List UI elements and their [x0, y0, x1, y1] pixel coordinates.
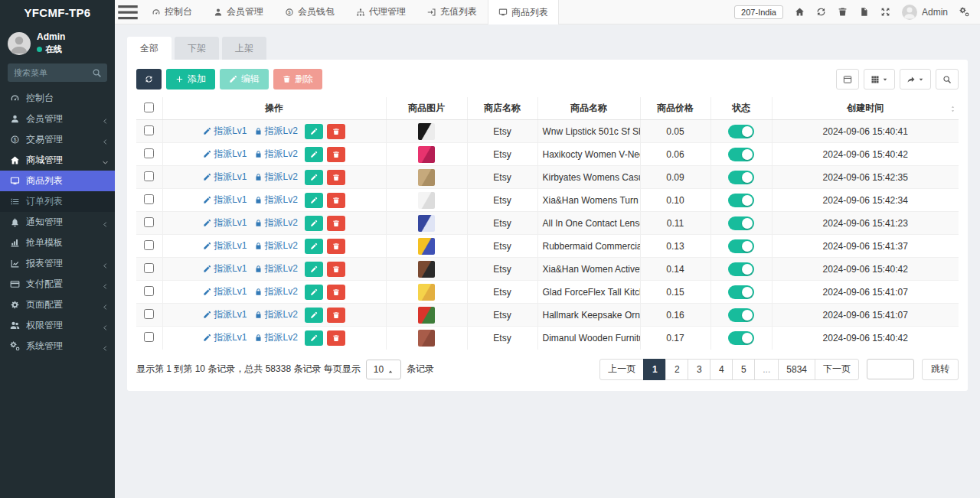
assign-lv2-link[interactable]: 指派Lv2: [254, 285, 298, 298]
page-button-5[interactable]: 5: [732, 359, 755, 380]
assign-lv2-link[interactable]: 指派Lv2: [254, 262, 298, 275]
row-edit-button[interactable]: [305, 170, 323, 185]
env-badge[interactable]: 207-India: [734, 5, 783, 19]
columns-button[interactable]: [864, 69, 895, 90]
topnav-tab-agents[interactable]: 代理管理: [345, 0, 416, 24]
assign-lv1-link[interactable]: 指派Lv1: [203, 125, 247, 138]
paging-toggle-button[interactable]: [836, 69, 859, 90]
status-toggle[interactable]: [728, 239, 754, 253]
assign-lv2-link[interactable]: 指派Lv2: [254, 308, 298, 321]
status-toggle[interactable]: [728, 285, 754, 299]
status-toggle[interactable]: [728, 125, 754, 138]
column-header[interactable]: 创建时间: [772, 97, 959, 120]
page-button-5834[interactable]: 5834: [778, 359, 815, 380]
file-icon[interactable]: [859, 7, 869, 17]
sidebar-item-order-list[interactable]: 订单列表: [0, 191, 115, 212]
column-header[interactable]: 商店名称: [467, 97, 537, 120]
next-page-button[interactable]: 下一页: [815, 359, 859, 380]
topnav-tab-members[interactable]: 会员管理: [203, 0, 274, 24]
sidebar-item-mall[interactable]: 商城管理: [0, 150, 115, 171]
status-toggle[interactable]: [728, 262, 754, 276]
status-toggle[interactable]: [728, 148, 754, 161]
sidebar-item-product-list[interactable]: 商品列表: [0, 171, 115, 191]
row-checkbox[interactable]: [144, 332, 154, 342]
topnav-tab-products[interactable]: 商品列表: [488, 0, 559, 24]
trash-icon[interactable]: [838, 7, 848, 17]
row-checkbox[interactable]: [144, 171, 154, 181]
sidebar-item-reports[interactable]: 报表管理: [0, 253, 115, 274]
navbar-user[interactable]: Admin: [902, 5, 948, 20]
assign-lv1-link[interactable]: 指派Lv1: [203, 285, 247, 298]
sidebar-toggle-button[interactable]: [115, 0, 141, 24]
row-edit-button[interactable]: [305, 239, 323, 254]
search-toggle-button[interactable]: [936, 69, 959, 90]
home-icon[interactable]: [795, 7, 805, 17]
row-edit-button[interactable]: [305, 330, 323, 346]
assign-lv1-link[interactable]: 指派Lv1: [203, 148, 247, 161]
assign-lv2-link[interactable]: 指派Lv2: [254, 171, 298, 184]
row-edit-button[interactable]: [305, 308, 323, 323]
row-delete-button[interactable]: [327, 147, 345, 162]
assign-lv1-link[interactable]: 指派Lv1: [203, 216, 247, 229]
topnav-tab-recharge[interactable]: 充值列表: [416, 0, 488, 24]
row-delete-button[interactable]: [327, 262, 345, 277]
row-checkbox[interactable]: [144, 240, 154, 250]
row-delete-button[interactable]: [327, 124, 345, 139]
select-all-checkbox[interactable]: [144, 103, 154, 112]
cogs-icon[interactable]: [959, 7, 969, 17]
column-header[interactable]: 操作: [162, 97, 386, 120]
sidebar-item-dashboard[interactable]: 控制台: [0, 88, 115, 109]
edit-button[interactable]: 编辑: [220, 69, 269, 90]
topnav-tab-dashboard[interactable]: 控制台: [141, 0, 203, 24]
page-button-2[interactable]: 2: [665, 359, 688, 380]
assign-lv2-link[interactable]: 指派Lv2: [254, 239, 298, 252]
row-checkbox[interactable]: [144, 194, 154, 204]
sidebar-item-payment-config[interactable]: 支付配置: [0, 274, 115, 295]
row-checkbox[interactable]: [144, 148, 154, 158]
tab-off-shelf[interactable]: 下架: [175, 37, 219, 60]
assign-lv1-link[interactable]: 指派Lv1: [203, 308, 247, 321]
prev-page-button[interactable]: 上一页: [599, 359, 644, 380]
sidebar-item-transactions[interactable]: $交易管理: [0, 129, 115, 150]
status-toggle[interactable]: [728, 331, 754, 345]
sidebar-item-system[interactable]: 系统管理: [0, 336, 115, 356]
column-header[interactable]: 状态: [710, 97, 772, 120]
column-header[interactable]: 商品名称: [537, 97, 640, 120]
column-header[interactable]: 商品价格: [640, 97, 710, 120]
row-edit-button[interactable]: [305, 216, 323, 231]
assign-lv1-link[interactable]: 指派Lv1: [203, 171, 247, 184]
row-delete-button[interactable]: [327, 193, 345, 208]
row-edit-button[interactable]: [305, 285, 323, 300]
row-delete-button[interactable]: [327, 216, 345, 231]
status-toggle[interactable]: [728, 308, 754, 322]
status-toggle[interactable]: [728, 171, 754, 184]
topnav-tab-wallet[interactable]: $会员钱包: [274, 0, 345, 24]
row-checkbox[interactable]: [144, 125, 154, 135]
row-edit-button[interactable]: [305, 124, 323, 139]
page-button-4[interactable]: 4: [710, 359, 733, 380]
assign-lv1-link[interactable]: 指派Lv1: [203, 194, 247, 207]
page-button-1[interactable]: 1: [643, 359, 666, 380]
assign-lv2-link[interactable]: 指派Lv2: [254, 148, 298, 161]
sidebar-item-notifications[interactable]: 通知管理: [0, 212, 115, 233]
row-checkbox[interactable]: [144, 309, 154, 319]
sidebar-item-page-config[interactable]: 页面配置: [0, 295, 115, 315]
row-checkbox[interactable]: [144, 286, 154, 296]
assign-lv1-link[interactable]: 指派Lv1: [203, 239, 247, 252]
export-button[interactable]: [900, 69, 931, 90]
status-toggle[interactable]: [728, 194, 754, 207]
refresh-button[interactable]: [136, 69, 162, 90]
assign-lv1-link[interactable]: 指派Lv1: [203, 262, 247, 275]
assign-lv2-link[interactable]: 指派Lv2: [254, 331, 298, 344]
expand-icon[interactable]: [880, 7, 890, 17]
sort-icon[interactable]: [949, 103, 956, 112]
row-edit-button[interactable]: [305, 193, 323, 208]
refresh-icon[interactable]: [816, 7, 826, 17]
row-delete-button[interactable]: [327, 308, 345, 323]
sidebar-item-permissions[interactable]: 权限管理: [0, 315, 115, 336]
row-delete-button[interactable]: [327, 170, 345, 185]
tab-all[interactable]: 全部: [127, 37, 172, 60]
column-header[interactable]: 商品图片: [386, 97, 467, 120]
assign-lv1-link[interactable]: 指派Lv1: [203, 331, 247, 344]
row-delete-button[interactable]: [327, 285, 345, 300]
